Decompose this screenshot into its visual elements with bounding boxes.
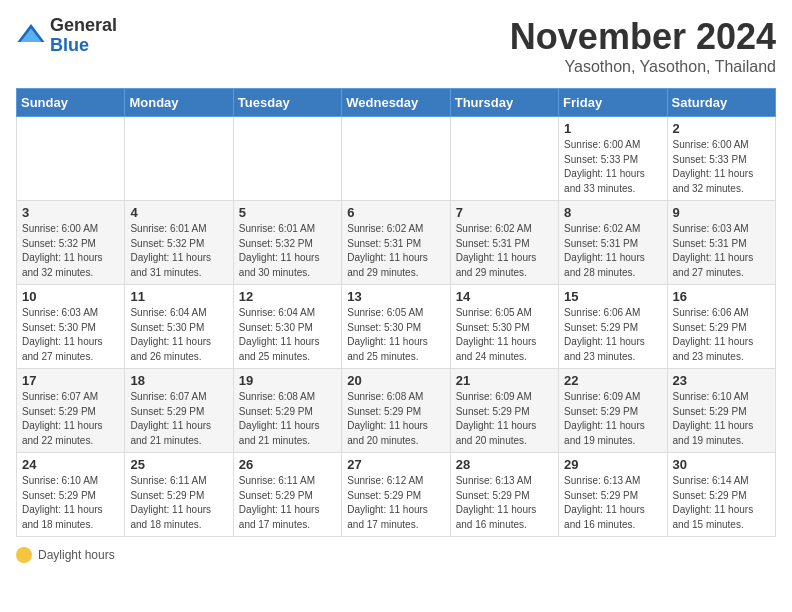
day-info: Sunrise: 6:04 AM Sunset: 5:30 PM Dayligh…	[130, 306, 227, 364]
day-number: 17	[22, 373, 119, 388]
day-info: Sunrise: 6:10 AM Sunset: 5:29 PM Dayligh…	[22, 474, 119, 532]
page-header: General Blue November 2024 Yasothon, Yas…	[16, 16, 776, 76]
day-info: Sunrise: 6:00 AM Sunset: 5:33 PM Dayligh…	[673, 138, 770, 196]
header-cell-sunday: Sunday	[17, 89, 125, 117]
day-number: 25	[130, 457, 227, 472]
day-info: Sunrise: 6:10 AM Sunset: 5:29 PM Dayligh…	[673, 390, 770, 448]
calendar-cell: 26Sunrise: 6:11 AM Sunset: 5:29 PM Dayli…	[233, 453, 341, 537]
day-number: 5	[239, 205, 336, 220]
day-number: 28	[456, 457, 553, 472]
day-info: Sunrise: 6:01 AM Sunset: 5:32 PM Dayligh…	[239, 222, 336, 280]
day-number: 22	[564, 373, 661, 388]
calendar-week-4: 24Sunrise: 6:10 AM Sunset: 5:29 PM Dayli…	[17, 453, 776, 537]
day-info: Sunrise: 6:07 AM Sunset: 5:29 PM Dayligh…	[22, 390, 119, 448]
day-info: Sunrise: 6:09 AM Sunset: 5:29 PM Dayligh…	[564, 390, 661, 448]
calendar-cell: 8Sunrise: 6:02 AM Sunset: 5:31 PM Daylig…	[559, 201, 667, 285]
day-info: Sunrise: 6:08 AM Sunset: 5:29 PM Dayligh…	[347, 390, 444, 448]
day-number: 6	[347, 205, 444, 220]
day-number: 1	[564, 121, 661, 136]
day-number: 30	[673, 457, 770, 472]
day-info: Sunrise: 6:09 AM Sunset: 5:29 PM Dayligh…	[456, 390, 553, 448]
calendar-cell: 19Sunrise: 6:08 AM Sunset: 5:29 PM Dayli…	[233, 369, 341, 453]
calendar-cell: 20Sunrise: 6:08 AM Sunset: 5:29 PM Dayli…	[342, 369, 450, 453]
calendar-cell: 25Sunrise: 6:11 AM Sunset: 5:29 PM Dayli…	[125, 453, 233, 537]
day-number: 13	[347, 289, 444, 304]
sun-icon	[16, 547, 32, 563]
header-cell-wednesday: Wednesday	[342, 89, 450, 117]
calendar-cell: 22Sunrise: 6:09 AM Sunset: 5:29 PM Dayli…	[559, 369, 667, 453]
calendar-week-1: 3Sunrise: 6:00 AM Sunset: 5:32 PM Daylig…	[17, 201, 776, 285]
location: Yasothon, Yasothon, Thailand	[510, 58, 776, 76]
calendar-cell: 11Sunrise: 6:04 AM Sunset: 5:30 PM Dayli…	[125, 285, 233, 369]
calendar-cell: 27Sunrise: 6:12 AM Sunset: 5:29 PM Dayli…	[342, 453, 450, 537]
calendar-cell: 12Sunrise: 6:04 AM Sunset: 5:30 PM Dayli…	[233, 285, 341, 369]
day-number: 11	[130, 289, 227, 304]
day-info: Sunrise: 6:01 AM Sunset: 5:32 PM Dayligh…	[130, 222, 227, 280]
day-number: 24	[22, 457, 119, 472]
calendar-cell: 23Sunrise: 6:10 AM Sunset: 5:29 PM Dayli…	[667, 369, 775, 453]
calendar-cell: 2Sunrise: 6:00 AM Sunset: 5:33 PM Daylig…	[667, 117, 775, 201]
day-number: 8	[564, 205, 661, 220]
calendar-cell: 15Sunrise: 6:06 AM Sunset: 5:29 PM Dayli…	[559, 285, 667, 369]
day-info: Sunrise: 6:07 AM Sunset: 5:29 PM Dayligh…	[130, 390, 227, 448]
day-number: 10	[22, 289, 119, 304]
title-block: November 2024 Yasothon, Yasothon, Thaila…	[510, 16, 776, 76]
calendar-header: SundayMondayTuesdayWednesdayThursdayFrid…	[17, 89, 776, 117]
calendar-cell	[125, 117, 233, 201]
calendar-cell: 7Sunrise: 6:02 AM Sunset: 5:31 PM Daylig…	[450, 201, 558, 285]
header-cell-thursday: Thursday	[450, 89, 558, 117]
day-info: Sunrise: 6:02 AM Sunset: 5:31 PM Dayligh…	[347, 222, 444, 280]
day-number: 29	[564, 457, 661, 472]
day-number: 23	[673, 373, 770, 388]
header-cell-saturday: Saturday	[667, 89, 775, 117]
day-number: 18	[130, 373, 227, 388]
logo-icon	[16, 21, 46, 51]
day-info: Sunrise: 6:13 AM Sunset: 5:29 PM Dayligh…	[564, 474, 661, 532]
calendar-cell: 17Sunrise: 6:07 AM Sunset: 5:29 PM Dayli…	[17, 369, 125, 453]
calendar-cell: 18Sunrise: 6:07 AM Sunset: 5:29 PM Dayli…	[125, 369, 233, 453]
logo: General Blue	[16, 16, 117, 56]
day-number: 14	[456, 289, 553, 304]
logo-general: General	[50, 16, 117, 36]
calendar-cell: 4Sunrise: 6:01 AM Sunset: 5:32 PM Daylig…	[125, 201, 233, 285]
calendar-cell: 21Sunrise: 6:09 AM Sunset: 5:29 PM Dayli…	[450, 369, 558, 453]
header-row: SundayMondayTuesdayWednesdayThursdayFrid…	[17, 89, 776, 117]
calendar-week-3: 17Sunrise: 6:07 AM Sunset: 5:29 PM Dayli…	[17, 369, 776, 453]
legend-label: Daylight hours	[38, 548, 115, 562]
day-number: 9	[673, 205, 770, 220]
calendar-cell: 16Sunrise: 6:06 AM Sunset: 5:29 PM Dayli…	[667, 285, 775, 369]
calendar-cell: 10Sunrise: 6:03 AM Sunset: 5:30 PM Dayli…	[17, 285, 125, 369]
day-number: 15	[564, 289, 661, 304]
day-info: Sunrise: 6:04 AM Sunset: 5:30 PM Dayligh…	[239, 306, 336, 364]
day-info: Sunrise: 6:08 AM Sunset: 5:29 PM Dayligh…	[239, 390, 336, 448]
calendar-cell: 6Sunrise: 6:02 AM Sunset: 5:31 PM Daylig…	[342, 201, 450, 285]
day-info: Sunrise: 6:11 AM Sunset: 5:29 PM Dayligh…	[239, 474, 336, 532]
calendar-cell	[233, 117, 341, 201]
day-info: Sunrise: 6:12 AM Sunset: 5:29 PM Dayligh…	[347, 474, 444, 532]
day-number: 3	[22, 205, 119, 220]
day-info: Sunrise: 6:11 AM Sunset: 5:29 PM Dayligh…	[130, 474, 227, 532]
day-info: Sunrise: 6:05 AM Sunset: 5:30 PM Dayligh…	[347, 306, 444, 364]
day-info: Sunrise: 6:02 AM Sunset: 5:31 PM Dayligh…	[564, 222, 661, 280]
calendar-cell	[450, 117, 558, 201]
calendar-cell	[17, 117, 125, 201]
calendar-cell: 5Sunrise: 6:01 AM Sunset: 5:32 PM Daylig…	[233, 201, 341, 285]
calendar-cell: 28Sunrise: 6:13 AM Sunset: 5:29 PM Dayli…	[450, 453, 558, 537]
header-cell-friday: Friday	[559, 89, 667, 117]
header-cell-tuesday: Tuesday	[233, 89, 341, 117]
day-info: Sunrise: 6:06 AM Sunset: 5:29 PM Dayligh…	[673, 306, 770, 364]
legend: Daylight hours	[16, 547, 776, 563]
day-number: 4	[130, 205, 227, 220]
day-number: 19	[239, 373, 336, 388]
calendar-cell	[342, 117, 450, 201]
calendar-cell: 14Sunrise: 6:05 AM Sunset: 5:30 PM Dayli…	[450, 285, 558, 369]
day-number: 12	[239, 289, 336, 304]
logo-text: General Blue	[50, 16, 117, 56]
day-info: Sunrise: 6:00 AM Sunset: 5:32 PM Dayligh…	[22, 222, 119, 280]
day-number: 26	[239, 457, 336, 472]
day-info: Sunrise: 6:06 AM Sunset: 5:29 PM Dayligh…	[564, 306, 661, 364]
calendar-table: SundayMondayTuesdayWednesdayThursdayFrid…	[16, 88, 776, 537]
day-number: 16	[673, 289, 770, 304]
logo-blue: Blue	[50, 36, 117, 56]
calendar-cell: 13Sunrise: 6:05 AM Sunset: 5:30 PM Dayli…	[342, 285, 450, 369]
